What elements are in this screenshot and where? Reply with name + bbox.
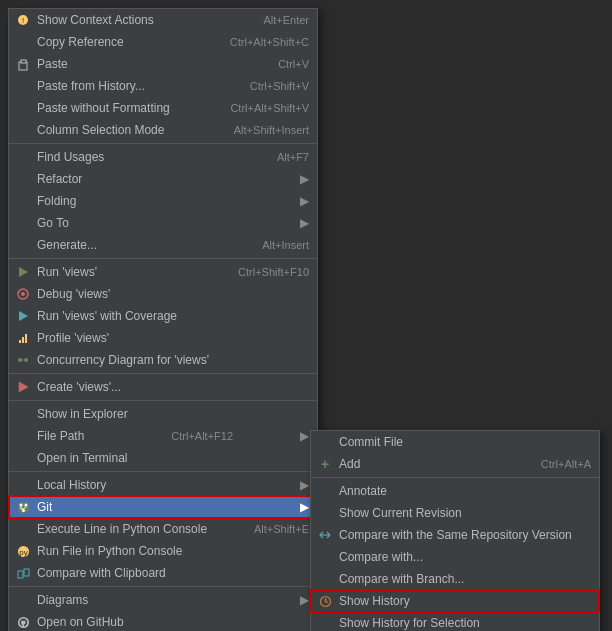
menu-item-profile-views[interactable]: Profile 'views' xyxy=(9,327,317,349)
separator-4 xyxy=(9,400,317,401)
concurrency-icon xyxy=(13,354,33,366)
menu-item-generate[interactable]: Generate... Alt+Insert xyxy=(9,234,317,256)
svg-marker-7 xyxy=(19,311,28,321)
menu-item-git[interactable]: Git ▶ xyxy=(9,496,317,518)
menu-item-run-coverage[interactable]: Run 'views' with Coverage xyxy=(9,305,317,327)
refactor-arrow: ▶ xyxy=(300,172,309,186)
coverage-icon xyxy=(13,310,33,322)
menu-item-open-terminal[interactable]: Open in Terminal xyxy=(9,447,317,469)
svg-text:py: py xyxy=(19,548,27,557)
svg-rect-8 xyxy=(19,340,21,343)
menu-item-paste[interactable]: Paste Ctrl+V xyxy=(9,53,317,75)
svg-rect-3 xyxy=(21,60,26,63)
go-to-arrow: ▶ xyxy=(300,216,309,230)
menu-item-concurrency[interactable]: Concurrency Diagram for 'views' xyxy=(9,349,317,371)
svg-rect-10 xyxy=(25,334,27,343)
menu-item-file-path[interactable]: File Path Ctrl+Alt+F12 ▶ xyxy=(9,425,317,447)
menu-item-show-explorer[interactable]: Show in Explorer xyxy=(9,403,317,425)
separator-2 xyxy=(9,258,317,259)
submenu-item-show-history[interactable]: Show History xyxy=(311,590,599,612)
svg-point-12 xyxy=(24,358,28,362)
folding-arrow: ▶ xyxy=(300,194,309,208)
submenu-item-add[interactable]: + Add Ctrl+Alt+A xyxy=(311,453,599,475)
submenu-item-show-history-selection[interactable]: Show History for Selection xyxy=(311,612,599,631)
menu-item-show-context-actions[interactable]: ! Show Context Actions Alt+Enter xyxy=(9,9,317,31)
submenu-item-annotate[interactable]: Annotate xyxy=(311,480,599,502)
submenu-item-commit-file[interactable]: Commit File xyxy=(311,431,599,453)
menu-item-column-selection[interactable]: Column Selection Mode Alt+Shift+Insert xyxy=(9,119,317,141)
svg-point-16 xyxy=(19,503,22,506)
menu-item-debug-views[interactable]: Debug 'views' xyxy=(9,283,317,305)
show-history-icon xyxy=(315,595,335,608)
submenu-item-compare-repo[interactable]: Compare with the Same Repository Version xyxy=(311,524,599,546)
menu-item-local-history[interactable]: Local History ▶ xyxy=(9,474,317,496)
menu-item-find-usages[interactable]: Find Usages Alt+F7 xyxy=(9,146,317,168)
svg-rect-9 xyxy=(22,337,24,343)
menu-item-run-file-python[interactable]: py Run File in Python Console xyxy=(9,540,317,562)
submenu-item-compare-branch[interactable]: Compare with Branch... xyxy=(311,568,599,590)
git-icon xyxy=(13,501,33,514)
separator-6 xyxy=(9,586,317,587)
paste-icon xyxy=(13,58,33,71)
git-separator-1 xyxy=(311,477,599,478)
local-history-arrow: ▶ xyxy=(300,478,309,492)
submenu-item-compare-with[interactable]: Compare with... xyxy=(311,546,599,568)
menu-item-go-to[interactable]: Go To ▶ xyxy=(9,212,317,234)
separator-3 xyxy=(9,373,317,374)
svg-marker-4 xyxy=(19,267,28,277)
menu-item-create-views[interactable]: Create 'views'... xyxy=(9,376,317,398)
svg-rect-25 xyxy=(24,569,29,576)
svg-rect-24 xyxy=(18,571,23,578)
submenu-item-current-revision[interactable]: Show Current Revision xyxy=(311,502,599,524)
separator-5 xyxy=(9,471,317,472)
debug-icon xyxy=(13,288,33,300)
menu-item-copy-reference[interactable]: Copy Reference Ctrl+Alt+Shift+C xyxy=(9,31,317,53)
svg-point-17 xyxy=(24,503,27,506)
menu-item-open-github[interactable]: Open on GitHub xyxy=(9,611,317,631)
svg-point-11 xyxy=(18,358,22,362)
context-actions-icon: ! xyxy=(13,14,33,26)
git-arrow: ▶ xyxy=(300,500,309,514)
svg-point-6 xyxy=(21,292,25,296)
github-icon xyxy=(13,616,33,629)
file-path-arrow: ▶ xyxy=(300,429,309,443)
menu-item-run-views[interactable]: Run 'views' Ctrl+Shift+F10 xyxy=(9,261,317,283)
menu-item-paste-no-format[interactable]: Paste without Formatting Ctrl+Alt+Shift+… xyxy=(9,97,317,119)
run-icon xyxy=(13,266,33,278)
menu-item-refactor[interactable]: Refactor ▶ xyxy=(9,168,317,190)
separator-1 xyxy=(9,143,317,144)
profile-icon xyxy=(13,332,33,344)
add-icon: + xyxy=(315,456,335,472)
run-python-icon: py xyxy=(13,545,33,558)
svg-text:!: ! xyxy=(22,16,24,25)
git-submenu: Commit File + Add Ctrl+Alt+A Annotate Sh… xyxy=(310,430,600,631)
menu-item-compare-clipboard[interactable]: Compare with Clipboard xyxy=(9,562,317,584)
compare-repo-icon xyxy=(315,529,335,541)
menu-item-execute-line[interactable]: Execute Line in Python Console Alt+Shift… xyxy=(9,518,317,540)
create-icon xyxy=(13,381,33,393)
menu-item-paste-history[interactable]: Paste from History... Ctrl+Shift+V xyxy=(9,75,317,97)
menu-item-diagrams[interactable]: Diagrams ▶ xyxy=(9,589,317,611)
context-menu: ! Show Context Actions Alt+Enter Copy Re… xyxy=(8,8,318,631)
svg-marker-14 xyxy=(19,382,28,392)
diagrams-arrow: ▶ xyxy=(300,593,309,607)
compare-clipboard-icon xyxy=(13,567,33,580)
menu-item-folding[interactable]: Folding ▶ xyxy=(9,190,317,212)
